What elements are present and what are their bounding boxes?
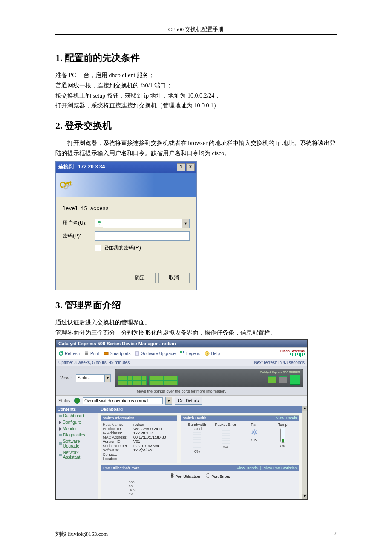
hover-hint: Move the pointer over the ports for more… xyxy=(56,389,307,395)
footer-left: 刘毅 liuyiok@163.com xyxy=(55,530,108,538)
section1-line1: 准备 PC 一台，启用 dhcp client 服务； xyxy=(55,70,337,81)
view-trends-link-2[interactable]: View Trends xyxy=(236,466,257,470)
switch-info-value: 12.2(25)FY xyxy=(133,448,153,452)
dm-device-panel: View : Status ▼ Catalyst Express 500 SER… xyxy=(56,366,307,389)
upgrade-label: Software Upgrade xyxy=(141,351,176,356)
refresh-button[interactable]: Refresh xyxy=(58,351,80,356)
bw-label: Bandwidth Used xyxy=(185,422,209,431)
dm-sidebar: Contents Dashboard Configure Monitor Dia… xyxy=(56,406,98,499)
sidebar-item-network-assistant[interactable]: Network Assistant xyxy=(56,449,98,460)
ok-button[interactable]: 确定 xyxy=(124,273,156,283)
smartports-label: Smartports xyxy=(110,351,131,356)
section2-para: 打开浏览器，系统将直接连接到交换机或者在 browser 的地址栏中输入交换机的… xyxy=(55,138,337,159)
print-button[interactable]: Print xyxy=(84,351,99,356)
switch-info-row: Contact: xyxy=(103,452,175,457)
switch-info-row: Location: xyxy=(103,457,175,461)
upgrade-button[interactable]: Software Upgrade xyxy=(135,351,176,356)
port-block-2[interactable] xyxy=(149,376,177,384)
sidebar-item-monitor[interactable]: Monitor xyxy=(56,425,98,432)
next-refresh-text: Next refresh in 43 seconds xyxy=(254,360,305,365)
username-dropdown-arrow[interactable]: ▼ xyxy=(182,219,190,228)
sidebar-item-diagnostics[interactable]: Diagnostics xyxy=(56,432,98,438)
login-title-host: 172.20.3.34 xyxy=(78,164,105,170)
section1-line3: 按交换机上的 setup 按钮，获取到 ip 地址，地址为 10.0.0.2/2… xyxy=(55,91,337,101)
port-block-1[interactable] xyxy=(118,376,146,384)
switch-info-value: FOC1019X594 xyxy=(133,444,159,448)
close-button[interactable]: X xyxy=(186,163,195,171)
radio-port-util[interactable]: Port Utilization xyxy=(170,473,200,479)
fan-label: Fan xyxy=(251,422,258,427)
username-label: 用户名(U): xyxy=(63,220,95,227)
fan-icon: ✲ xyxy=(251,428,257,437)
alert-indicator[interactable] xyxy=(290,375,300,385)
status-dropdown-arrow[interactable]: ▼ xyxy=(165,397,172,405)
svg-rect-12 xyxy=(183,351,184,353)
switch-info-value: WS-CE500-24TT xyxy=(133,427,163,431)
switch-graphic[interactable]: Catalyst Express 500 SERIES xyxy=(115,369,303,387)
legend-icon xyxy=(180,351,185,356)
scroll-up-icon[interactable]: ▲ xyxy=(302,406,307,411)
scroll-down-icon[interactable]: ▼ xyxy=(302,494,307,499)
password-label: 密码(P): xyxy=(63,232,95,240)
refresh-label: Refresh xyxy=(65,351,80,356)
bw-value: 0% xyxy=(194,449,200,454)
scrollbar[interactable]: ▲ ▼ xyxy=(302,406,307,499)
status-text: Overall switch operation is normal xyxy=(83,397,163,404)
switch-info-value: 172.20.3.34 xyxy=(133,431,154,435)
sidebar-item-configure[interactable]: Configure xyxy=(56,419,98,425)
switch-info-label: Contact: xyxy=(103,452,133,457)
login-titlebar[interactable]: 连接到 172.20.3.34 ? X xyxy=(56,162,196,173)
switch-health-panel: Switch Health View Trends Bandwidth Used… xyxy=(181,415,299,463)
status-ok-icon xyxy=(74,398,80,404)
bw-bars xyxy=(193,432,201,448)
uplink-port-1[interactable] xyxy=(268,376,276,383)
view-trends-link[interactable]: View Trends xyxy=(276,416,297,420)
switch-info-label: Version ID: xyxy=(103,439,133,444)
help-button-dm[interactable]: ? Help xyxy=(205,351,220,356)
svg-point-6 xyxy=(98,221,101,223)
help-icon: ? xyxy=(205,351,210,356)
refresh-icon xyxy=(58,351,63,356)
switch-info-value: V01 xyxy=(133,439,140,444)
login-realm: level_15_access xyxy=(63,206,190,212)
view-select[interactable]: Status xyxy=(76,374,105,382)
switch-info-row: Product ID:WS-CE500-24TT xyxy=(103,427,175,431)
view-select-arrow[interactable]: ▼ xyxy=(105,374,111,382)
svg-rect-7 xyxy=(85,353,88,355)
password-input[interactable] xyxy=(95,231,190,241)
switch-info-label: Product ID: xyxy=(103,427,133,431)
switch-model-label: Catalyst Express 500 SERIES xyxy=(118,371,300,374)
status-label: Status: xyxy=(58,399,72,403)
section3-para2: 管理界面分为三个部分，分别为图形化的虚拟设备界面，操作任务条，信息配置栏。 xyxy=(55,328,337,338)
port-util-panel: Port Utilization Port Errors 100 80 % 60… xyxy=(101,471,299,499)
section1-title: 1. 配置前的先决条件 xyxy=(55,52,337,64)
upgrade-icon xyxy=(135,351,140,356)
uplink-port-2[interactable] xyxy=(279,376,287,383)
cisco-logo: Cisco Systems xyxy=(280,350,305,357)
login-banner xyxy=(56,173,196,197)
switch-health-header: Switch Health xyxy=(183,416,206,420)
sidebar-item-upgrade[interactable]: Software Upgrade xyxy=(56,438,98,449)
legend-button[interactable]: Legend xyxy=(180,351,200,356)
switch-info-value: 00:17:E0:C1:8D:80 xyxy=(133,435,166,439)
switch-info-label: Host Name: xyxy=(103,422,133,427)
smartports-button[interactable]: Smartports xyxy=(104,351,131,356)
radio-port-errors[interactable]: Port Errors xyxy=(206,473,230,479)
cancel-button[interactable]: 取消 xyxy=(158,273,190,283)
switch-info-row: Serial Number:FOC1019X594 xyxy=(103,444,175,448)
dm-toolbar: Refresh Print Smartports Software Upgrad… xyxy=(56,347,307,359)
remember-checkbox[interactable] xyxy=(95,245,101,251)
username-input[interactable] xyxy=(103,219,182,228)
view-label: View : xyxy=(60,376,72,380)
port-util-header: Port Utilization/Errors xyxy=(103,466,139,470)
print-icon xyxy=(84,351,89,356)
view-port-stats-link[interactable]: View Port Statistics xyxy=(264,466,297,470)
help-button[interactable]: ? xyxy=(177,163,185,171)
remember-label: 记住我的密码(R) xyxy=(103,244,141,251)
temp-label: Temp xyxy=(278,422,287,427)
sidebar-item-dashboard[interactable]: Dashboard xyxy=(56,413,98,419)
login-title-prefix: 连接到 xyxy=(58,164,74,170)
svg-rect-10 xyxy=(135,352,139,355)
key-icon xyxy=(58,176,76,194)
get-details-button[interactable]: Get Details xyxy=(175,397,202,405)
